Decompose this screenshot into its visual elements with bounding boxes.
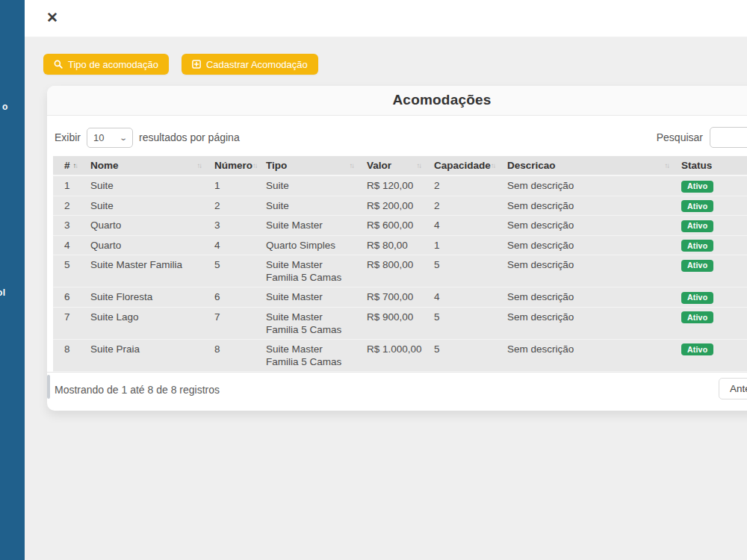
cell-tipo: Suite Master xyxy=(258,216,359,236)
cell-valor: R$ 900,00 xyxy=(359,307,427,339)
column-header-capacidade[interactable]: Capacidade↑↓ xyxy=(427,156,500,175)
table-row[interactable]: 3Quarto3Suite MasterR$ 600,004Sem descri… xyxy=(53,216,747,236)
cell-id: 2 xyxy=(53,196,83,216)
cell-nome: Suite Master Familia xyxy=(83,255,207,287)
sort-icon: ↑↓ xyxy=(417,161,423,169)
cell-nome: Quarto xyxy=(83,235,207,255)
cell-numero: 3 xyxy=(207,216,258,236)
cell-tipo: Suite Master Familia 5 Camas xyxy=(258,339,359,371)
acomodacoes-table: #↑↓Nome↑↓Número↑↓Tipo↑↓Valor↑↓Capacidade… xyxy=(53,156,747,372)
cell-status: Ativo xyxy=(675,196,747,216)
cell-descricao: Sem descrição xyxy=(500,216,675,236)
column-header-descricao[interactable]: Descricao↑↓ xyxy=(500,156,675,175)
plus-square-icon xyxy=(192,60,201,69)
cell-descricao: Sem descrição xyxy=(500,255,675,287)
cell-numero: 8 xyxy=(207,339,258,371)
column-label: Status xyxy=(681,160,712,171)
column-header-valor[interactable]: Valor↑↓ xyxy=(359,156,427,175)
cell-nome: Suite Lago xyxy=(83,307,207,339)
sort-icon: ↑↓ xyxy=(197,161,203,169)
cell-capacidade: 2 xyxy=(427,175,500,196)
cell-id: 6 xyxy=(53,287,83,308)
close-icon[interactable]: ✕ xyxy=(46,10,58,26)
cell-capacidade: 4 xyxy=(427,216,500,236)
sort-icon: ↑↓ xyxy=(252,161,258,169)
sidebar: o ol xyxy=(0,0,25,560)
table-row[interactable]: 2Suite2SuiteR$ 200,002Sem descriçãoAtivo xyxy=(53,196,747,216)
topbar: ✕ xyxy=(25,0,747,37)
column-header-nome[interactable]: Nome↑↓ xyxy=(83,156,207,175)
page-length-select[interactable]: 10 ⌄ xyxy=(87,128,133,148)
column-header-n-mero[interactable]: Número↑↓ xyxy=(207,156,258,175)
cell-numero: 4 xyxy=(207,235,258,255)
cell-capacidade: 2 xyxy=(427,196,500,216)
column-label: Nome xyxy=(90,160,119,171)
cell-status: Ativo xyxy=(675,255,747,287)
status-badge: Ativo xyxy=(681,220,713,232)
cadastrar-acomodacao-label: Cadastrar Acomodação xyxy=(206,59,308,70)
cell-capacidade: 1 xyxy=(427,235,500,255)
cell-tipo: Suite Master xyxy=(258,287,359,308)
table-head: #↑↓Nome↑↓Número↑↓Tipo↑↓Valor↑↓Capacidade… xyxy=(53,156,747,175)
table-row[interactable]: 8Suite Praia8Suite Master Familia 5 Cama… xyxy=(53,339,747,371)
cell-tipo: Quarto Simples xyxy=(258,235,359,255)
cell-capacidade: 5 xyxy=(427,307,500,339)
table-controls: Exibir 10 ⌄ resultados por página Pesqui… xyxy=(47,116,747,156)
search-input[interactable] xyxy=(710,127,747,148)
status-badge: Ativo xyxy=(681,343,713,355)
table-row[interactable]: 5Suite Master Familia5Suite Master Famil… xyxy=(53,255,747,287)
cell-numero: 2 xyxy=(207,196,258,216)
cell-id: 4 xyxy=(53,235,83,255)
column-header-status[interactable]: Status↑↓ xyxy=(675,156,747,175)
cell-capacidade: 5 xyxy=(427,255,500,287)
cell-numero: 7 xyxy=(207,307,258,339)
cell-descricao: Sem descrição xyxy=(500,339,675,371)
table-footer: Mostrando de 1 até 8 de 8 registros Ante… xyxy=(47,372,747,411)
cell-descricao: Sem descrição xyxy=(500,287,675,308)
cell-descricao: Sem descrição xyxy=(500,175,675,196)
cell-numero: 1 xyxy=(207,175,258,196)
cell-valor: R$ 80,00 xyxy=(359,235,427,255)
cell-status: Ativo xyxy=(675,235,747,255)
sidebar-item-label-fragment[interactable]: o xyxy=(2,102,8,112)
records-info: Mostrando de 1 até 8 de 8 registros xyxy=(55,384,220,396)
cell-tipo: Suite xyxy=(258,175,359,196)
toolbar: Tipo de acomodação Cadastrar Acomodação xyxy=(25,37,747,75)
tipo-acomodacao-label: Tipo de acomodação xyxy=(68,59,158,70)
status-badge: Ativo xyxy=(681,240,713,252)
status-badge: Ativo xyxy=(681,200,713,212)
column-header--[interactable]: #↑↓ xyxy=(53,156,83,175)
cell-status: Ativo xyxy=(675,216,747,236)
cell-status: Ativo xyxy=(675,175,747,196)
sort-icon: ↑↓ xyxy=(350,161,356,169)
sidebar-item-label-fragment[interactable]: ol xyxy=(0,287,6,298)
previous-page-button[interactable]: Anterior xyxy=(719,378,747,399)
table-row[interactable]: 4Quarto4Quarto SimplesR$ 80,001Sem descr… xyxy=(53,235,747,255)
sort-icon: ↑↓ xyxy=(491,161,497,169)
cell-valor: R$ 200,00 xyxy=(359,196,427,216)
cell-valor: R$ 120,00 xyxy=(359,175,427,196)
cadastrar-acomodacao-button[interactable]: Cadastrar Acomodação xyxy=(182,54,318,75)
exibir-label: Exibir xyxy=(55,131,81,143)
cell-nome: Suite xyxy=(83,175,207,196)
cell-id: 1 xyxy=(53,175,83,196)
cell-valor: R$ 600,00 xyxy=(359,216,427,236)
page-length-value: 10 xyxy=(93,132,104,143)
cell-nome: Suite xyxy=(83,196,207,216)
table-row[interactable]: 7Suite Lago7Suite Master Familia 5 Camas… xyxy=(53,307,747,339)
cell-id: 5 xyxy=(53,255,83,287)
column-label: Descricao xyxy=(507,160,556,171)
tipo-acomodacao-button[interactable]: Tipo de acomodação xyxy=(43,54,169,75)
acomodacoes-card: Acomodações Exibir 10 ⌄ resultados por p… xyxy=(47,86,747,411)
table-row[interactable]: 6Suite Floresta6Suite MasterR$ 700,004Se… xyxy=(53,287,747,308)
scrollbar-thumb[interactable] xyxy=(47,375,50,399)
search-icon xyxy=(54,60,63,69)
column-label: Capacidade xyxy=(434,160,491,171)
cell-nome: Suite Praia xyxy=(83,339,207,371)
search-control: Pesquisar xyxy=(657,127,747,148)
cell-id: 7 xyxy=(53,307,83,339)
column-header-tipo[interactable]: Tipo↑↓ xyxy=(258,156,359,175)
status-badge: Ativo xyxy=(681,311,713,323)
table-row[interactable]: 1Suite1SuiteR$ 120,002Sem descriçãoAtivo xyxy=(53,175,747,196)
cell-nome: Suite Floresta xyxy=(83,287,207,308)
